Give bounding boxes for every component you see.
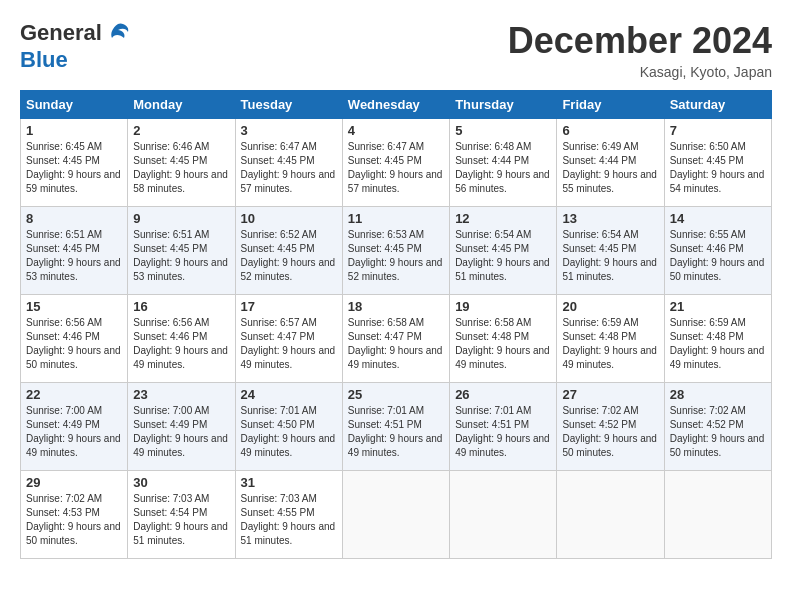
day-number: 28 xyxy=(670,387,766,402)
weekday-header: Sunday xyxy=(21,91,128,119)
day-info: Sunrise: 6:57 AM Sunset: 4:47 PM Dayligh… xyxy=(241,316,337,372)
calendar-cell: 26 Sunrise: 7:01 AM Sunset: 4:51 PM Dayl… xyxy=(450,383,557,471)
logo-bird-icon xyxy=(104,20,132,48)
calendar-cell: 9 Sunrise: 6:51 AM Sunset: 4:45 PM Dayli… xyxy=(128,207,235,295)
day-number: 12 xyxy=(455,211,551,226)
calendar-table: SundayMondayTuesdayWednesdayThursdayFrid… xyxy=(20,90,772,559)
day-number: 17 xyxy=(241,299,337,314)
logo: General Blue xyxy=(20,20,132,72)
day-number: 30 xyxy=(133,475,229,490)
weekday-header: Monday xyxy=(128,91,235,119)
location: Kasagi, Kyoto, Japan xyxy=(508,64,772,80)
day-number: 9 xyxy=(133,211,229,226)
day-info: Sunrise: 6:52 AM Sunset: 4:45 PM Dayligh… xyxy=(241,228,337,284)
day-info: Sunrise: 7:01 AM Sunset: 4:50 PM Dayligh… xyxy=(241,404,337,460)
calendar-cell: 16 Sunrise: 6:56 AM Sunset: 4:46 PM Dayl… xyxy=(128,295,235,383)
day-info: Sunrise: 7:00 AM Sunset: 4:49 PM Dayligh… xyxy=(133,404,229,460)
calendar-cell: 8 Sunrise: 6:51 AM Sunset: 4:45 PM Dayli… xyxy=(21,207,128,295)
day-number: 16 xyxy=(133,299,229,314)
day-number: 8 xyxy=(26,211,122,226)
day-info: Sunrise: 6:54 AM Sunset: 4:45 PM Dayligh… xyxy=(455,228,551,284)
calendar-cell: 11 Sunrise: 6:53 AM Sunset: 4:45 PM Dayl… xyxy=(342,207,449,295)
day-info: Sunrise: 7:02 AM Sunset: 4:53 PM Dayligh… xyxy=(26,492,122,548)
day-number: 3 xyxy=(241,123,337,138)
day-number: 23 xyxy=(133,387,229,402)
calendar-cell: 10 Sunrise: 6:52 AM Sunset: 4:45 PM Dayl… xyxy=(235,207,342,295)
month-title: December 2024 xyxy=(508,20,772,62)
calendar-cell xyxy=(450,471,557,559)
day-info: Sunrise: 6:53 AM Sunset: 4:45 PM Dayligh… xyxy=(348,228,444,284)
day-info: Sunrise: 6:58 AM Sunset: 4:48 PM Dayligh… xyxy=(455,316,551,372)
day-info: Sunrise: 6:45 AM Sunset: 4:45 PM Dayligh… xyxy=(26,140,122,196)
calendar-cell: 18 Sunrise: 6:58 AM Sunset: 4:47 PM Dayl… xyxy=(342,295,449,383)
day-number: 4 xyxy=(348,123,444,138)
day-info: Sunrise: 6:59 AM Sunset: 4:48 PM Dayligh… xyxy=(562,316,658,372)
day-info: Sunrise: 7:03 AM Sunset: 4:54 PM Dayligh… xyxy=(133,492,229,548)
day-info: Sunrise: 7:02 AM Sunset: 4:52 PM Dayligh… xyxy=(670,404,766,460)
calendar-cell: 2 Sunrise: 6:46 AM Sunset: 4:45 PM Dayli… xyxy=(128,119,235,207)
day-info: Sunrise: 6:47 AM Sunset: 4:45 PM Dayligh… xyxy=(348,140,444,196)
day-number: 1 xyxy=(26,123,122,138)
calendar-week-row: 15 Sunrise: 6:56 AM Sunset: 4:46 PM Dayl… xyxy=(21,295,772,383)
day-number: 11 xyxy=(348,211,444,226)
day-number: 27 xyxy=(562,387,658,402)
day-info: Sunrise: 6:59 AM Sunset: 4:48 PM Dayligh… xyxy=(670,316,766,372)
day-number: 14 xyxy=(670,211,766,226)
day-info: Sunrise: 6:51 AM Sunset: 4:45 PM Dayligh… xyxy=(26,228,122,284)
calendar-cell: 17 Sunrise: 6:57 AM Sunset: 4:47 PM Dayl… xyxy=(235,295,342,383)
calendar-cell: 14 Sunrise: 6:55 AM Sunset: 4:46 PM Dayl… xyxy=(664,207,771,295)
calendar-cell: 15 Sunrise: 6:56 AM Sunset: 4:46 PM Dayl… xyxy=(21,295,128,383)
calendar-week-row: 29 Sunrise: 7:02 AM Sunset: 4:53 PM Dayl… xyxy=(21,471,772,559)
calendar-cell: 29 Sunrise: 7:02 AM Sunset: 4:53 PM Dayl… xyxy=(21,471,128,559)
title-block: December 2024 Kasagi, Kyoto, Japan xyxy=(508,20,772,80)
day-number: 15 xyxy=(26,299,122,314)
calendar-cell: 25 Sunrise: 7:01 AM Sunset: 4:51 PM Dayl… xyxy=(342,383,449,471)
day-number: 31 xyxy=(241,475,337,490)
day-info: Sunrise: 6:51 AM Sunset: 4:45 PM Dayligh… xyxy=(133,228,229,284)
calendar-cell: 22 Sunrise: 7:00 AM Sunset: 4:49 PM Dayl… xyxy=(21,383,128,471)
day-number: 21 xyxy=(670,299,766,314)
day-info: Sunrise: 6:56 AM Sunset: 4:46 PM Dayligh… xyxy=(26,316,122,372)
day-number: 2 xyxy=(133,123,229,138)
calendar-week-row: 8 Sunrise: 6:51 AM Sunset: 4:45 PM Dayli… xyxy=(21,207,772,295)
day-info: Sunrise: 7:03 AM Sunset: 4:55 PM Dayligh… xyxy=(241,492,337,548)
calendar-cell: 30 Sunrise: 7:03 AM Sunset: 4:54 PM Dayl… xyxy=(128,471,235,559)
weekday-header: Thursday xyxy=(450,91,557,119)
day-number: 24 xyxy=(241,387,337,402)
day-info: Sunrise: 6:54 AM Sunset: 4:45 PM Dayligh… xyxy=(562,228,658,284)
day-number: 22 xyxy=(26,387,122,402)
day-info: Sunrise: 6:50 AM Sunset: 4:45 PM Dayligh… xyxy=(670,140,766,196)
calendar-cell: 6 Sunrise: 6:49 AM Sunset: 4:44 PM Dayli… xyxy=(557,119,664,207)
day-number: 26 xyxy=(455,387,551,402)
calendar-cell: 12 Sunrise: 6:54 AM Sunset: 4:45 PM Dayl… xyxy=(450,207,557,295)
day-info: Sunrise: 7:01 AM Sunset: 4:51 PM Dayligh… xyxy=(455,404,551,460)
calendar-cell: 24 Sunrise: 7:01 AM Sunset: 4:50 PM Dayl… xyxy=(235,383,342,471)
calendar-cell xyxy=(664,471,771,559)
day-info: Sunrise: 7:01 AM Sunset: 4:51 PM Dayligh… xyxy=(348,404,444,460)
calendar-cell: 20 Sunrise: 6:59 AM Sunset: 4:48 PM Dayl… xyxy=(557,295,664,383)
day-number: 13 xyxy=(562,211,658,226)
weekday-header: Saturday xyxy=(664,91,771,119)
day-number: 20 xyxy=(562,299,658,314)
calendar-cell: 13 Sunrise: 6:54 AM Sunset: 4:45 PM Dayl… xyxy=(557,207,664,295)
calendar-cell: 19 Sunrise: 6:58 AM Sunset: 4:48 PM Dayl… xyxy=(450,295,557,383)
day-info: Sunrise: 6:47 AM Sunset: 4:45 PM Dayligh… xyxy=(241,140,337,196)
day-info: Sunrise: 6:49 AM Sunset: 4:44 PM Dayligh… xyxy=(562,140,658,196)
calendar-cell: 5 Sunrise: 6:48 AM Sunset: 4:44 PM Dayli… xyxy=(450,119,557,207)
day-info: Sunrise: 6:58 AM Sunset: 4:47 PM Dayligh… xyxy=(348,316,444,372)
day-info: Sunrise: 7:02 AM Sunset: 4:52 PM Dayligh… xyxy=(562,404,658,460)
day-number: 19 xyxy=(455,299,551,314)
weekday-header: Friday xyxy=(557,91,664,119)
day-info: Sunrise: 6:48 AM Sunset: 4:44 PM Dayligh… xyxy=(455,140,551,196)
day-number: 5 xyxy=(455,123,551,138)
day-info: Sunrise: 6:46 AM Sunset: 4:45 PM Dayligh… xyxy=(133,140,229,196)
calendar-cell xyxy=(557,471,664,559)
logo-text: General Blue xyxy=(20,20,132,72)
day-number: 25 xyxy=(348,387,444,402)
calendar-cell xyxy=(342,471,449,559)
day-number: 10 xyxy=(241,211,337,226)
day-number: 6 xyxy=(562,123,658,138)
day-info: Sunrise: 6:56 AM Sunset: 4:46 PM Dayligh… xyxy=(133,316,229,372)
header: General Blue December 2024 Kasagi, Kyoto… xyxy=(20,20,772,80)
calendar-cell: 4 Sunrise: 6:47 AM Sunset: 4:45 PM Dayli… xyxy=(342,119,449,207)
